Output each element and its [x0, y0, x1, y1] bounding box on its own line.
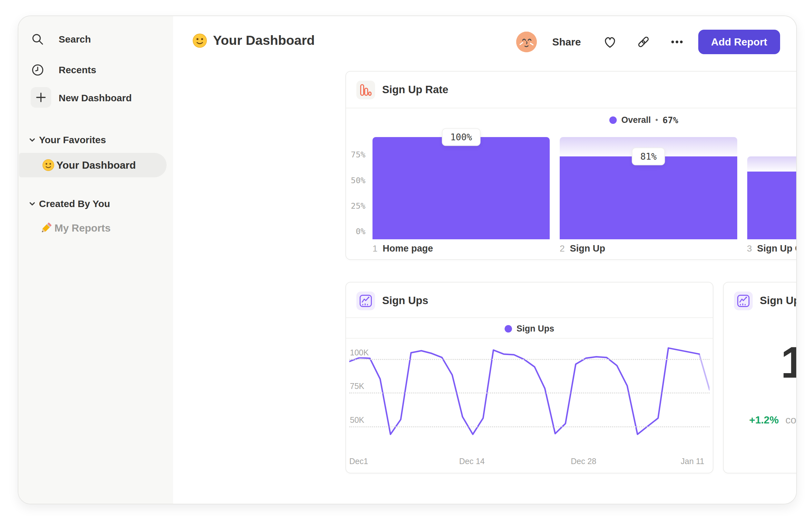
link-icon[interactable] — [633, 32, 654, 52]
smiley-emoji — [192, 33, 207, 48]
sidebar-section-created-by-you[interactable]: Created By You — [18, 196, 173, 212]
step-number: 1 — [373, 243, 378, 254]
legend-value: 67% — [663, 115, 678, 125]
step-name: Sign Up Confirmation — [757, 243, 797, 254]
sidebar-item-label: My Reports — [54, 222, 111, 234]
line-series — [349, 340, 709, 451]
funnel-step-label: 1 Home page — [373, 243, 433, 254]
funnel-step-label: 2 Sign Up — [560, 243, 605, 254]
legend-label: Sign Ups — [517, 324, 554, 334]
page: { "colors": { "accent_purple": "#7C5AF6"… — [0, 0, 812, 516]
funnel-dropoff — [747, 156, 797, 171]
step-number: 3 — [747, 243, 752, 254]
line-x-axis: Dec1 Dec 14 Dec 28 Jan 11 — [349, 457, 709, 468]
step-name: Home page — [383, 243, 433, 254]
kpi-delta: +1.2% — [749, 414, 779, 426]
step-name: Sign Up — [570, 243, 605, 254]
line-plot: 100K 75K 50K — [349, 340, 709, 451]
sidebar-section-label: Created By You — [39, 198, 110, 209]
funnel-bar-fill — [373, 137, 550, 239]
card-sign-up-rate: Sign Up Rate Overall • 67% 75% 50% — [345, 71, 797, 260]
sidebar-item-label: Your Dashboard — [56, 159, 136, 171]
x-tick: Dec1 — [349, 457, 368, 466]
card-header: Sign Ups Today — [724, 282, 797, 319]
x-tick: Jan 11 — [681, 457, 704, 466]
funnel-bar-fill — [560, 156, 737, 239]
search-icon — [31, 32, 45, 47]
funnel-bar-sign-up[interactable]: 81% — [560, 137, 737, 239]
divider — [346, 317, 713, 318]
y-tick: 25% — [346, 200, 366, 212]
kpi-delta-row: +1.2% compared to previous period — [724, 414, 797, 426]
legend-dot — [504, 325, 512, 332]
share-button[interactable]: Share — [552, 36, 581, 48]
funnel-data-label: 81% — [632, 148, 665, 165]
page-title-wrap: Your Dashboard — [192, 33, 315, 48]
x-tick: Dec 28 — [571, 457, 597, 466]
funnel-x-axis: 1 Home page 2 Sign Up 3 Sign Up Confirma… — [373, 243, 797, 256]
funnel-legend[interactable]: Overall • 67% — [346, 112, 797, 128]
funnel-bars-icon — [356, 81, 375, 99]
card-header: Sign Up Rate — [346, 72, 797, 108]
page-header: Your Dashboard Share — [173, 16, 796, 68]
kpi-label: Unique Users — [724, 391, 797, 404]
gridline — [349, 392, 709, 393]
funnel-plot: 100% 81% 82% — [373, 137, 797, 239]
header-actions: Share — [516, 30, 780, 54]
gridline — [349, 359, 709, 360]
legend-dot — [609, 116, 617, 124]
funnel-bar-fill — [747, 171, 797, 239]
card-sign-ups-today: Sign Ups Today 100K Unique Users +1.2% c… — [723, 282, 797, 473]
line-chart-icon — [356, 292, 375, 310]
sidebar-item-my-reports[interactable]: My Reports — [18, 218, 173, 238]
divider — [346, 338, 713, 338]
ellipsis-icon[interactable] — [667, 32, 687, 52]
funnel-step-label: 3 Sign Up Confirmation — [747, 243, 797, 254]
clock-icon — [31, 63, 45, 77]
funnel-bar-home-page[interactable]: 100% — [373, 137, 550, 239]
card-header: Sign Ups — [346, 282, 713, 317]
plus-icon — [31, 87, 51, 108]
funnel-y-axis: 75% 50% 25% 0% — [346, 137, 366, 239]
avatar[interactable] — [516, 32, 537, 52]
line-legend[interactable]: Sign Ups — [346, 319, 713, 338]
gridline — [349, 426, 709, 427]
heart-icon[interactable] — [600, 32, 620, 52]
card-title: Sign Up Rate — [382, 72, 448, 108]
sidebar-item-recents[interactable]: Recents — [18, 60, 173, 80]
y-tick: 75K — [350, 382, 366, 391]
app-window: Search Recents New Dashboard Your Favori — [18, 16, 797, 505]
funnel-bar-sign-up-confirmation[interactable]: 82% — [747, 137, 797, 239]
funnel-data-label: 100% — [442, 128, 480, 146]
main-content: Your Dashboard Share — [173, 16, 796, 504]
y-tick: 50K — [350, 415, 366, 425]
card-sign-ups: Sign Ups Sign Ups 100K 75K 50K — [345, 282, 714, 473]
divider — [346, 108, 797, 108]
card-title: Sign Ups Today — [760, 282, 797, 319]
sidebar-item-search[interactable]: Search — [18, 29, 173, 50]
sidebar-item-new-dashboard[interactable]: New Dashboard — [18, 88, 173, 108]
x-tick: Dec 14 — [459, 457, 485, 466]
y-tick: 75% — [346, 149, 366, 161]
chevron-down-icon — [28, 200, 36, 208]
y-tick: 100K — [350, 348, 371, 357]
sidebar-item-label: New Dashboard — [59, 92, 132, 104]
smiley-emoji — [42, 159, 54, 171]
page-title: Your Dashboard — [213, 33, 315, 48]
line-chart-icon — [734, 292, 753, 310]
legend-separator: • — [656, 115, 658, 125]
sidebar-section-your-favorites[interactable]: Your Favorites — [18, 132, 173, 148]
step-number: 2 — [560, 243, 565, 254]
y-tick: 0% — [346, 226, 366, 237]
kpi-delta-text: compared to previous period — [785, 414, 797, 426]
sidebar-item-your-dashboard[interactable]: Your Dashboard — [19, 153, 167, 178]
kpi-value: 100K — [724, 337, 797, 388]
chevron-down-icon — [28, 136, 36, 144]
card-title: Sign Ups — [382, 282, 428, 319]
legend-label: Overall — [621, 115, 651, 125]
y-tick: 50% — [346, 175, 366, 186]
sidebar: Search Recents New Dashboard Your Favori — [18, 16, 174, 504]
sidebar-item-label: Recents — [59, 64, 96, 76]
sidebar-section-label: Your Favorites — [39, 134, 106, 145]
add-report-button[interactable]: Add Report — [698, 30, 780, 54]
